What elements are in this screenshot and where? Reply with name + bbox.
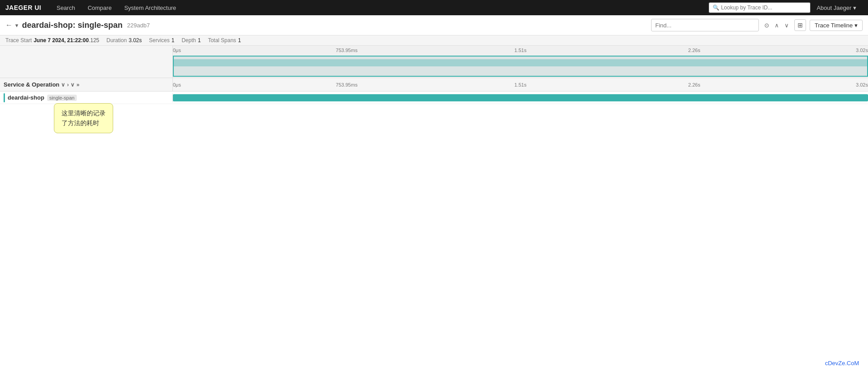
nav-arrows: ⊙ ∧ ∨ <box>762 21 791 30</box>
tooltip-annotation: 这里清晰的记录 了方法的耗时 <box>54 103 113 104</box>
about-label: About Jaeger <box>817 4 851 11</box>
minimap-right: 0μs 753.95ms 1.51s 2.26s 3.02s <box>173 46 868 78</box>
spans-header: Service & Operation ∨ › ∨ » 0μs 753.95ms… <box>0 78 868 92</box>
expand-icon[interactable]: › <box>67 82 69 88</box>
ruler-2: 1.51s <box>515 48 527 53</box>
span-ruler-0: 0μs <box>173 82 181 87</box>
nav-compare[interactable]: Compare <box>81 0 118 15</box>
trace-id-input[interactable] <box>721 4 806 11</box>
minimap-bar-area[interactable] <box>173 56 868 77</box>
depth-label: Depth <box>181 37 196 44</box>
nav-system-architecture[interactable]: System Architecture <box>118 0 183 15</box>
expand-all-icon[interactable]: ∨ <box>70 82 75 88</box>
collapse-all-icon[interactable]: ∨ <box>61 82 65 88</box>
spans-header-right: 0μs 753.95ms 1.51s 2.26s 3.02s <box>173 78 868 91</box>
depth-value: 1 <box>198 37 201 44</box>
services-label: Services <box>149 37 170 44</box>
trace-header: ← ▾ deardai-shop: single-span 229adb7 ⊙ … <box>0 15 868 35</box>
spans-header-left: Service & Operation ∨ › ∨ » <box>0 78 173 91</box>
minimap-left <box>0 46 173 78</box>
meta-services: Services 1 <box>149 37 175 44</box>
trace-title: deardai-shop: single-span <box>22 21 123 30</box>
ruler-4: 3.02s <box>856 48 868 53</box>
trace-operation: single-span <box>78 21 123 30</box>
nav-search[interactable]: Search <box>50 0 81 15</box>
nav-prev-icon[interactable]: ∧ <box>773 21 781 30</box>
find-input[interactable] <box>655 22 745 29</box>
span-ruler-2: 1.51s <box>515 82 527 87</box>
meta-trace-start: Trace Start June 7 2024, 21:22:00.125 <box>5 37 99 44</box>
minimap-section: 0μs 753.95ms 1.51s 2.26s 3.02s <box>0 46 868 78</box>
ruler-3: 2.26s <box>688 48 701 53</box>
total-spans-label: Total Spans <box>208 37 236 44</box>
span-service-name: deardai-shop <box>8 94 44 101</box>
span-ruler-4: 3.02s <box>856 82 868 87</box>
top-nav: JAEGER UI Search Compare System Architec… <box>0 0 868 15</box>
trace-start-label: Trace Start <box>5 37 32 44</box>
minimap-selected-region <box>173 56 868 77</box>
span-operation-badge: single-span <box>47 95 77 101</box>
ruler-1: 753.95ms <box>336 48 357 53</box>
expand-deep-icon[interactable]: » <box>76 82 79 88</box>
total-spans-value: 1 <box>238 37 241 44</box>
trace-separator: : <box>73 21 75 30</box>
grid-view-button[interactable]: ⊞ <box>794 19 806 31</box>
trace-timeline-label: Trace Timeline <box>815 22 853 29</box>
span-right <box>173 92 868 104</box>
about-jaeger-menu[interactable]: About Jaeger ▾ <box>811 0 863 15</box>
find-input-wrap <box>651 19 759 31</box>
span-ruler-3: 2.26s <box>688 82 701 87</box>
trace-start-value: June 7 2024, 21:22:00.125 <box>34 37 99 44</box>
meta-depth: Depth 1 <box>181 37 201 44</box>
trace-service: deardai-shop <box>22 21 73 30</box>
trace-timeline-button[interactable]: Trace Timeline ▾ <box>810 20 863 31</box>
nav-reset-icon[interactable]: ⊙ <box>762 21 771 30</box>
collapse-button[interactable]: ▾ <box>15 22 18 29</box>
trace-id-search-wrap: 🔍 <box>709 2 811 13</box>
meta-total-spans: Total Spans 1 <box>208 37 241 44</box>
about-arrow-icon: ▾ <box>853 4 856 11</box>
trace-meta: Trace Start June 7 2024, 21:22:00.125 Du… <box>0 35 868 46</box>
span-left: deardai-shop single-span <box>0 93 173 102</box>
meta-duration: Duration 3.02s <box>106 37 142 44</box>
timeline-arrow-icon: ▾ <box>855 22 858 29</box>
spans-area: Service & Operation ∨ › ∨ » 0μs 753.95ms… <box>0 78 868 104</box>
duration-label: Duration <box>106 37 127 44</box>
nav-next-icon[interactable]: ∨ <box>783 21 791 30</box>
ruler-0: 0μs <box>173 48 181 53</box>
span-color-bar <box>4 93 5 102</box>
table-row[interactable]: deardai-shop single-span <box>0 92 868 104</box>
nav-brand: JAEGER UI <box>5 4 41 11</box>
search-icon: 🔍 <box>713 4 719 11</box>
service-operation-label: Service & Operation <box>4 81 59 88</box>
minimap-ruler: 0μs 753.95ms 1.51s 2.26s 3.02s <box>173 46 868 55</box>
duration-value: 3.02s <box>128 37 141 44</box>
trace-id-badge: 229adb7 <box>127 22 150 29</box>
span-duration-bar <box>173 94 868 101</box>
span-ruler-1: 753.95ms <box>336 82 357 87</box>
services-value: 1 <box>172 37 175 44</box>
back-button[interactable]: ← <box>5 21 13 29</box>
